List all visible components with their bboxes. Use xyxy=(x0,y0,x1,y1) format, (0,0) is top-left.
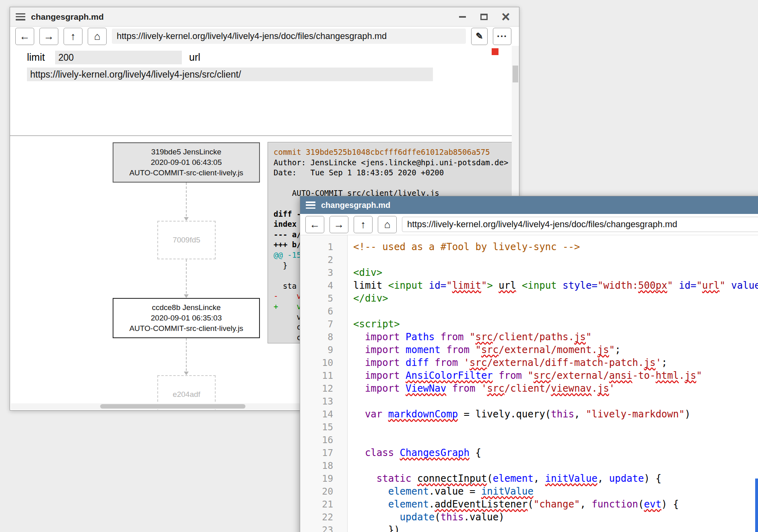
line-number[interactable]: 2 xyxy=(300,253,333,266)
back-button[interactable]: ← xyxy=(305,216,324,233)
code-editor[interactable]: 1<!-- used as a #Tool by lively-sync -->… xyxy=(300,235,758,532)
code-line-content: element.addEventListener("change", funct… xyxy=(353,498,679,511)
code-line[interactable]: 5</div> xyxy=(300,292,758,305)
code-line[interactable]: 14 var markdownComp = lively.query(this,… xyxy=(300,408,758,421)
graph-edge xyxy=(186,259,187,294)
code-line[interactable]: 8 import Paths from "src/client/paths.js… xyxy=(300,331,758,343)
titlebar[interactable]: changesgraph.md × xyxy=(10,7,519,27)
line-number[interactable]: 12 xyxy=(300,382,333,395)
code-line[interactable]: 12 import ViewNav from 'src/client/viewn… xyxy=(300,382,758,395)
line-number[interactable]: 19 xyxy=(300,472,333,485)
code-line[interactable]: 21 element.addEventListener("change", fu… xyxy=(300,498,758,511)
commit-panel-line: commit 319bde525b1048cbcfff6dffe61012ab8… xyxy=(274,147,513,158)
code-line-content: <script> xyxy=(353,318,400,331)
line-number[interactable]: 3 xyxy=(300,266,333,279)
forward-button[interactable]: → xyxy=(39,28,58,45)
home-button[interactable]: ⌂ xyxy=(378,216,397,233)
code-line-content: }) xyxy=(353,524,400,532)
line-number[interactable]: 22 xyxy=(300,511,333,524)
window-menu-icon[interactable] xyxy=(306,201,315,209)
window-controls: × xyxy=(457,12,511,22)
forward-button[interactable]: → xyxy=(330,216,348,233)
horizontal-scrollbar-thumb[interactable] xyxy=(100,404,245,409)
commit-panel-line: Date: Tue Sep 1 18:43:05 2020 +0200 xyxy=(274,168,513,178)
code-line[interactable]: 10 import diff from 'src/external/diff-m… xyxy=(300,356,758,369)
up-button[interactable]: ↑ xyxy=(64,28,82,45)
commit-node-line: 2020-09-01 06:35:03 xyxy=(113,314,259,322)
graph-edge xyxy=(186,338,187,371)
limit-input[interactable] xyxy=(55,51,182,64)
line-number[interactable]: 14 xyxy=(300,408,333,421)
code-line[interactable]: 19 static connectInput(element, initValu… xyxy=(300,472,758,485)
code-line[interactable]: 23 }) xyxy=(300,524,758,532)
code-line-content: import AnsiColorFilter from "src/externa… xyxy=(353,369,702,382)
line-number[interactable]: 11 xyxy=(300,369,333,382)
close-button[interactable]: × xyxy=(501,12,511,22)
line-number[interactable]: 1 xyxy=(300,240,333,253)
code-line[interactable]: 3<div> xyxy=(300,266,758,279)
line-number[interactable]: 18 xyxy=(300,459,333,472)
line-number[interactable]: 4 xyxy=(300,279,333,292)
code-line-content: import moment from "src/external/moment.… xyxy=(353,343,621,356)
code-line-content: import diff from 'src/external/diff-matc… xyxy=(353,356,667,369)
commit-node-line: AUTO-COMMIT-src-client-lively.js xyxy=(113,324,259,333)
window-menu-icon[interactable] xyxy=(16,13,25,21)
line-number[interactable]: 6 xyxy=(300,305,333,318)
url-input[interactable] xyxy=(27,68,433,81)
code-line[interactable]: 1<!-- used as a #Tool by lively-sync --> xyxy=(300,240,758,253)
line-number[interactable]: 7 xyxy=(300,318,333,331)
code-line[interactable]: 13 xyxy=(300,395,758,408)
code-line[interactable]: 22 update(this.value) xyxy=(300,511,758,524)
line-number[interactable]: 17 xyxy=(300,446,333,459)
code-line-content: </div> xyxy=(353,292,388,305)
navigation-toolbar: ← → ↑ ⌂ ✎ ... xyxy=(10,27,519,46)
home-button[interactable]: ⌂ xyxy=(88,28,107,45)
code-line-content: limit <input id="limit"> url <input styl… xyxy=(353,279,758,292)
window-title: changesgraph.md xyxy=(321,201,390,210)
code-line-content: update(this.value) xyxy=(353,511,505,524)
line-number[interactable]: 16 xyxy=(300,433,333,446)
code-line[interactable]: 6 xyxy=(300,305,758,318)
code-line[interactable]: 2 xyxy=(300,253,758,266)
line-number[interactable]: 21 xyxy=(300,498,333,511)
edit-pencil-button[interactable]: ✎ xyxy=(471,28,488,45)
code-line[interactable]: 11 import AnsiColorFilter from "src/exte… xyxy=(300,369,758,382)
commit-node-319bde5[interactable]: 319bde5 JensLincke 2020-09-01 06:43:05 A… xyxy=(113,142,260,183)
code-line-content: import Paths from "src/client/paths.js" xyxy=(353,331,591,343)
commit-node-ccdce8b[interactable]: ccdce8b JensLincke 2020-09-01 06:35:03 A… xyxy=(113,298,260,338)
blue-edge-marker xyxy=(755,479,758,532)
code-line[interactable]: 9 import moment from "src/external/momen… xyxy=(300,343,758,356)
code-line[interactable]: 15 xyxy=(300,421,758,433)
code-line[interactable]: 18 xyxy=(300,459,758,472)
graph-edge xyxy=(186,183,187,216)
commit-node-line: ccdce8b JensLincke xyxy=(113,303,259,312)
window-changesgraph-front: changesgraph.md ← → ↑ ⌂ 1<!-- used as a … xyxy=(300,196,758,532)
code-line[interactable]: 16 xyxy=(300,433,758,446)
code-line[interactable]: 17 class ChangesGraph { xyxy=(300,446,758,459)
more-options-button[interactable]: ... xyxy=(493,28,511,45)
code-editor-lines: 1<!-- used as a #Tool by lively-sync -->… xyxy=(300,240,758,532)
line-number[interactable]: 10 xyxy=(300,356,333,369)
code-line[interactable]: 4limit <input id="limit"> url <input sty… xyxy=(300,279,758,292)
code-line[interactable]: 7<script> xyxy=(300,318,758,331)
line-number[interactable]: 9 xyxy=(300,343,333,356)
address-bar[interactable] xyxy=(112,29,466,44)
line-number[interactable]: 23 xyxy=(300,524,333,532)
up-button[interactable]: ↑ xyxy=(354,216,373,233)
address-bar[interactable] xyxy=(402,217,758,232)
navigation-toolbar: ← → ↑ ⌂ xyxy=(300,214,758,235)
vertical-scrollbar-thumb[interactable] xyxy=(513,66,518,82)
desktop: { "colors": { "active_titlebar": "#5b7d9… xyxy=(0,0,758,532)
back-button[interactable]: ← xyxy=(15,28,34,45)
code-line[interactable]: 20 element.value = initValue xyxy=(300,485,758,498)
titlebar[interactable]: changesgraph.md xyxy=(300,196,758,214)
window-title: changesgraph.md xyxy=(31,12,104,22)
line-number[interactable]: 8 xyxy=(300,331,333,343)
line-number[interactable]: 5 xyxy=(300,292,333,305)
minimize-button[interactable] xyxy=(457,12,468,22)
line-number[interactable]: 13 xyxy=(300,395,333,408)
line-number[interactable]: 20 xyxy=(300,485,333,498)
maximize-button[interactable] xyxy=(479,12,489,22)
commit-node-7009fd5[interactable]: 7009fd5 xyxy=(157,221,216,259)
line-number[interactable]: 15 xyxy=(300,421,333,433)
